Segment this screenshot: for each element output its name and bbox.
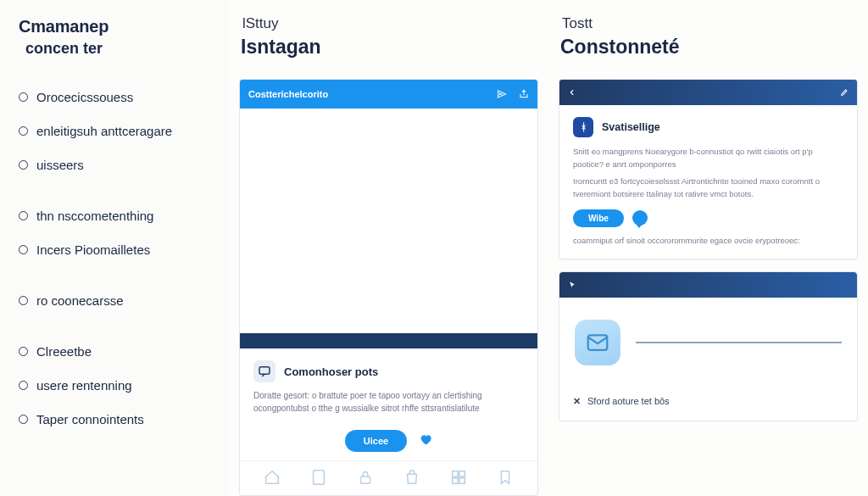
bullet-icon [19, 296, 28, 305]
chat-icon [253, 360, 275, 382]
bullet-icon [19, 160, 28, 170]
comment-icon[interactable] [632, 210, 648, 226]
svg-rect-1 [313, 471, 324, 485]
heart-icon[interactable] [419, 432, 432, 449]
divider-bar [240, 333, 537, 348]
sidebar: Cmamanep concen ter Orocecicssouess enle… [0, 0, 229, 496]
chevron-left-icon[interactable] [568, 88, 576, 97]
bullet-icon [19, 211, 28, 220]
middle-column: lSttuy Isntagan Costterichelcorito Comon… [229, 0, 548, 496]
svg-rect-3 [453, 471, 458, 476]
sidebar-item-0[interactable]: Orocecicssouess [19, 80, 212, 114]
sidebar-item-label: usere rentenning [36, 378, 132, 393]
checkline: ✕ Sford aoture tet bôs [559, 387, 857, 421]
right-bottom-body [559, 298, 857, 387]
svg-rect-6 [459, 478, 465, 483]
bullet-icon [19, 126, 28, 136]
middle-panel-body [240, 109, 537, 333]
sidebar-title: Cmamanep [19, 17, 212, 36]
sidebar-item-4[interactable]: Incers Pioomailletes [19, 232, 212, 266]
right-panel-top: ᚼ Svatisellige Snitt eo mangprens Noeary… [559, 79, 858, 259]
pointer-icon[interactable] [568, 281, 576, 289]
right-top-header [559, 80, 857, 105]
right-panel-bottom: ✕ Sford aoture tet bôs [559, 271, 858, 421]
middle-card-title: Comonhoser pots [284, 365, 378, 378]
home-icon[interactable] [263, 468, 281, 487]
sidebar-item-3[interactable]: thn nsccometenthing [19, 198, 212, 232]
right-top-body: ᚼ Svatisellige Snitt eo mangprens Noeary… [559, 105, 857, 259]
note-icon[interactable] [309, 468, 328, 487]
middle-cta-button[interactable]: Uicee [345, 430, 407, 452]
grid-icon[interactable] [449, 468, 468, 487]
sidebar-item-2[interactable]: uisseers [19, 148, 212, 181]
progress-line [636, 342, 842, 343]
tab-bar [240, 460, 537, 495]
middle-panel: Costterichelcorito Comonhoser pots Dorat… [239, 79, 538, 496]
bag-icon[interactable] [403, 468, 421, 487]
sidebar-item-5[interactable]: ro coonecarsse [19, 283, 212, 317]
right-title: Constonneté [560, 36, 858, 59]
right-card-footer: coammiput orf sinoit occororommurite ega… [573, 236, 843, 245]
right-card-desc2: Irorncuntt e3 fortcycoieselssst Airtront… [573, 176, 843, 200]
lock-icon[interactable] [356, 468, 375, 487]
svg-rect-5 [453, 478, 458, 483]
sidebar-item-label: Clreeetbe [36, 344, 92, 359]
middle-title: Isntagan [241, 36, 538, 59]
edit-icon[interactable] [840, 88, 849, 97]
bullet-icon [19, 92, 28, 102]
svg-rect-0 [259, 367, 270, 375]
sidebar-item-6[interactable]: Clreeetbe [19, 334, 212, 368]
bookmark-icon[interactable] [496, 468, 515, 487]
sidebar-item-1[interactable]: enleitigsuh anttceragare [19, 114, 212, 148]
sidebar-item-label: ro coonecarsse [36, 293, 124, 308]
right-card-desc1: Snitt eo mangprens Noearygore b-connusti… [573, 146, 843, 170]
svg-rect-4 [459, 471, 465, 476]
sidebar-item-label: Taper connointents [36, 412, 144, 426]
middle-card-desc: Doratte gesort: o brattute poer te tapoo… [253, 389, 524, 415]
right-cta-button[interactable]: Wibe [573, 209, 624, 227]
bullet-icon [19, 415, 28, 424]
sidebar-item-7[interactable]: usere rentenning [19, 368, 212, 402]
checkline-label: Sford aoture tet bôs [587, 396, 670, 406]
middle-header-label: Costterichelcorito [248, 89, 328, 99]
sidebar-item-label: Incers Pioomailletes [36, 242, 150, 257]
svg-rect-2 [360, 476, 370, 483]
right-pretitle: Tostt [562, 15, 858, 32]
sidebar-item-label: uisseers [36, 158, 84, 172]
bullet-icon [19, 245, 28, 254]
middle-panel-header: Costterichelcorito [240, 80, 537, 109]
sidebar-subtitle: concen ter [25, 40, 212, 58]
envelope-icon [575, 320, 620, 365]
sidebar-item-label: Orocecicssouess [36, 90, 133, 104]
share-icon[interactable] [519, 89, 529, 99]
app-icon: ᚼ [573, 117, 593, 137]
right-card-title: Svatisellige [602, 121, 660, 133]
nav-list: Orocecicssouess enleitigsuh anttceragare… [19, 80, 212, 436]
middle-pretitle: lSttuy [242, 15, 538, 32]
right-column: Tostt Constonneté ᚼ Svatisellige Snitt e… [548, 0, 868, 496]
send-icon[interactable] [497, 89, 507, 99]
right-bottom-header [559, 272, 857, 298]
bullet-icon [19, 347, 28, 356]
bullet-icon [19, 381, 28, 390]
sidebar-item-label: enleitigsuh anttceragare [36, 124, 172, 138]
x-icon[interactable]: ✕ [573, 396, 581, 407]
sidebar-item-label: thn nsccometenthing [36, 209, 153, 223]
middle-card: Comonhoser pots Doratte gesort: o brattu… [240, 348, 537, 460]
sidebar-item-8[interactable]: Taper connointents [19, 402, 212, 436]
